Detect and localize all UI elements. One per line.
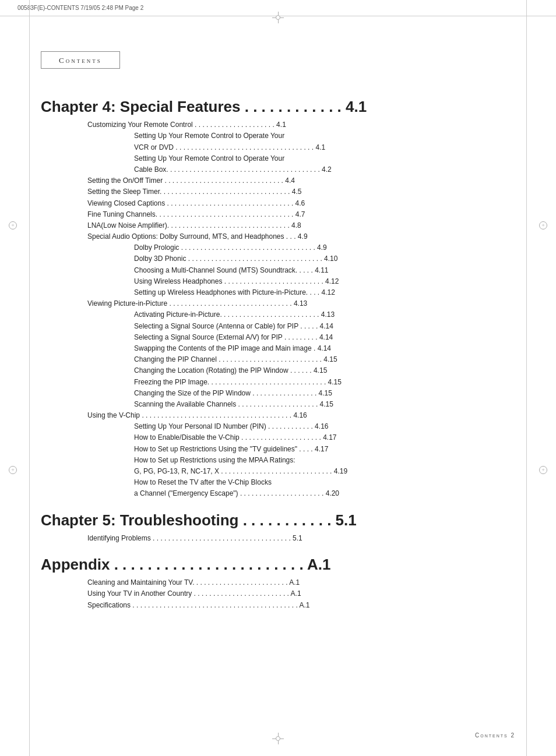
reg-mark-right-bottom bbox=[539, 466, 547, 474]
toc-entry: Setting Up Your Personal ID Number (PIN)… bbox=[134, 421, 515, 432]
toc-text: VCR or DVD . . . . . . . . . . . . . . .… bbox=[134, 142, 325, 153]
chapter4-heading: Chapter 4: Special Features . . . . . . … bbox=[41, 98, 515, 116]
reg-mark-left bbox=[9, 221, 17, 229]
reg-mark-left-bottom bbox=[9, 466, 17, 474]
toc-entry: Specifications . . . . . . . . . . . . .… bbox=[87, 600, 515, 611]
toc-text: Selecting a Signal Source (External A/V)… bbox=[134, 332, 333, 343]
toc-entry: Dolby 3D Phonic . . . . . . . . . . . . … bbox=[134, 253, 515, 264]
toc-text: Setting up Wireless Headphones with Pict… bbox=[134, 287, 335, 298]
toc-text: Activating Picture-in-Picture. . . . . .… bbox=[134, 309, 335, 320]
toc-entry: Using Wireless Headphones . . . . . . . … bbox=[134, 276, 515, 287]
toc-text: Customizing Your Remote Control . . . . … bbox=[87, 119, 286, 130]
toc-text: Setting Up Your Personal ID Number (PIN)… bbox=[134, 421, 328, 432]
toc-entry: Freezing the PIP Image. . . . . . . . . … bbox=[134, 377, 515, 388]
toc-entry: Swapping the Contents of the PIP image a… bbox=[134, 343, 515, 354]
toc-text: G, PG, PG-13, R, NC-17, X . . . . . . . … bbox=[134, 466, 347, 477]
toc-text: Special Audio Options: Dolby Surround, M… bbox=[87, 231, 308, 242]
toc-text: How to Set up Restrictions using the MPA… bbox=[134, 455, 295, 466]
toc-entry: VCR or DVD . . . . . . . . . . . . . . .… bbox=[134, 142, 515, 153]
toc-text: Fine Tuning Channels. . . . . . . . . . … bbox=[87, 209, 305, 220]
toc-text: Viewing Closed Captions . . . . . . . . … bbox=[87, 198, 305, 209]
appendix-heading: Appendix . . . . . . . . . . . . . . . .… bbox=[41, 556, 515, 574]
contents-label: Contents bbox=[59, 56, 102, 65]
toc-text: Choosing a Multi-Channel Sound (MTS) Sou… bbox=[134, 265, 329, 276]
toc-text: Freezing the PIP Image. . . . . . . . . … bbox=[134, 377, 342, 388]
toc-entry: Fine Tuning Channels. . . . . . . . . . … bbox=[87, 209, 515, 220]
toc-text: Using Wireless Headphones . . . . . . . … bbox=[134, 276, 339, 287]
toc-entry: Using the V-Chip . . . . . . . . . . . .… bbox=[87, 410, 515, 421]
toc-entry: Special Audio Options: Dolby Surround, M… bbox=[87, 231, 515, 242]
toc-text: Setting the On/Off Timer . . . . . . . .… bbox=[87, 175, 295, 186]
toc-entry: Selecting a Signal Source (Antenna or Ca… bbox=[134, 321, 515, 332]
toc-entry: Setting Up Your Remote Control to Operat… bbox=[134, 153, 515, 164]
toc-entry: Identifying Problems . . . . . . . . . .… bbox=[87, 533, 515, 544]
toc-entry: Viewing Closed Captions . . . . . . . . … bbox=[87, 198, 515, 209]
toc-text: Selecting a Signal Source (Antenna or Ca… bbox=[134, 321, 333, 332]
chapter5-heading: Chapter 5: Troubleshooting . . . . . . .… bbox=[41, 511, 515, 529]
toc-entry: How to Enable/Disable the V-Chip . . . .… bbox=[134, 432, 515, 443]
left-margin-line bbox=[29, 0, 30, 756]
toc-text: Specifications . . . . . . . . . . . . .… bbox=[87, 600, 309, 611]
page: 00583F(E)-CONTENTS 7/19/05 2:48 PM Page … bbox=[0, 0, 556, 756]
toc-text: How to Set up Restrictions Using the "TV… bbox=[134, 444, 328, 455]
toc-entry: Dolby Prologic . . . . . . . . . . . . .… bbox=[134, 242, 515, 253]
toc-entry: Using Your TV in Another Country . . . .… bbox=[87, 588, 515, 599]
toc-text: Dolby Prologic . . . . . . . . . . . . .… bbox=[134, 242, 327, 253]
toc-text: LNA(Low Noise Amplifier). . . . . . . . … bbox=[87, 220, 301, 231]
toc-text: Viewing Picture-in-Picture . . . . . . .… bbox=[87, 298, 307, 309]
toc-entry: Selecting a Signal Source (External A/V)… bbox=[134, 332, 515, 343]
toc-entry: Viewing Picture-in-Picture . . . . . . .… bbox=[87, 298, 515, 309]
toc-entry: LNA(Low Noise Amplifier). . . . . . . . … bbox=[87, 220, 515, 231]
toc-entry: How to Set up Restrictions Using the "TV… bbox=[134, 444, 515, 455]
appendix-section: Appendix . . . . . . . . . . . . . . . .… bbox=[41, 556, 515, 611]
toc-entry: Setting Up Your Remote Control to Operat… bbox=[134, 130, 515, 142]
toc-entry: Scanning the Available Channels . . . . … bbox=[134, 399, 515, 410]
toc-text: Changing the PIP Channel . . . . . . . .… bbox=[134, 354, 337, 365]
toc-text: a Channel ("Emergency Escape") . . . . .… bbox=[134, 488, 339, 499]
toc-text: Changing the Location (Rotating) the PIP… bbox=[134, 365, 327, 376]
toc-entry: Setting the Sleep Timer. . . . . . . . .… bbox=[87, 186, 515, 197]
reg-mark-right bbox=[539, 221, 547, 229]
toc-text: Setting the Sleep Timer. . . . . . . . .… bbox=[87, 186, 301, 197]
toc-text: Using the V-Chip . . . . . . . . . . . .… bbox=[87, 410, 307, 421]
toc-text: Scanning the Available Channels . . . . … bbox=[134, 399, 333, 410]
toc-entry: a Channel ("Emergency Escape") . . . . .… bbox=[134, 488, 515, 499]
toc-text: How to Reset the TV after the V-Chip Blo… bbox=[134, 477, 272, 488]
toc-entry: Activating Picture-in-Picture. . . . . .… bbox=[134, 309, 515, 320]
toc-entry: Choosing a Multi-Channel Sound (MTS) Sou… bbox=[134, 265, 515, 276]
toc-entry: Changing the Location (Rotating) the PIP… bbox=[134, 365, 515, 376]
toc-entry: How to Set up Restrictions using the MPA… bbox=[134, 455, 515, 466]
toc-text: Using Your TV in Another Country . . . .… bbox=[87, 588, 301, 599]
toc-entry: G, PG, PG-13, R, NC-17, X . . . . . . . … bbox=[134, 466, 515, 477]
chapter4-section: Chapter 4: Special Features . . . . . . … bbox=[41, 98, 515, 500]
toc-entry: Setting the On/Off Timer . . . . . . . .… bbox=[87, 175, 515, 186]
toc-text: Dolby 3D Phonic . . . . . . . . . . . . … bbox=[134, 253, 337, 264]
contents-box: Contents bbox=[41, 51, 120, 69]
chapter5-section: Chapter 5: Troubleshooting . . . . . . .… bbox=[41, 511, 515, 544]
toc-text: Identifying Problems . . . . . . . . . .… bbox=[87, 533, 302, 544]
footer: Contents 2 bbox=[475, 732, 515, 739]
footer-text: Contents 2 bbox=[475, 732, 515, 739]
toc-entry: Changing the PIP Channel . . . . . . . .… bbox=[134, 354, 515, 365]
toc-text: Cleaning and Maintaining Your TV. . . . … bbox=[87, 577, 300, 588]
top-bar-text: 00583F(E)-CONTENTS 7/19/05 2:48 PM Page … bbox=[17, 5, 143, 11]
toc-text: Setting Up Your Remote Control to Operat… bbox=[134, 130, 284, 142]
toc-text: Setting Up Your Remote Control to Operat… bbox=[134, 153, 284, 164]
toc-text: Changing the Size of the PIP Window . . … bbox=[134, 388, 332, 399]
toc-text: Swapping the Contents of the PIP image a… bbox=[134, 343, 331, 354]
right-margin-line bbox=[526, 0, 527, 756]
toc-entry: Changing the Size of the PIP Window . . … bbox=[134, 388, 515, 399]
toc-entry: Customizing Your Remote Control . . . . … bbox=[87, 119, 515, 130]
toc-entry: Cleaning and Maintaining Your TV. . . . … bbox=[87, 577, 515, 588]
toc-entry: Cable Box. . . . . . . . . . . . . . . .… bbox=[134, 164, 515, 175]
crosshair-bottom bbox=[272, 733, 284, 744]
toc-entry: Setting up Wireless Headphones with Pict… bbox=[134, 287, 515, 298]
toc-entry: How to Reset the TV after the V-Chip Blo… bbox=[134, 477, 515, 488]
main-content: Contents Chapter 4: Special Features . .… bbox=[41, 16, 515, 611]
toc-text: Cable Box. . . . . . . . . . . . . . . .… bbox=[134, 164, 332, 175]
toc-text: How to Enable/Disable the V-Chip . . . .… bbox=[134, 432, 336, 443]
